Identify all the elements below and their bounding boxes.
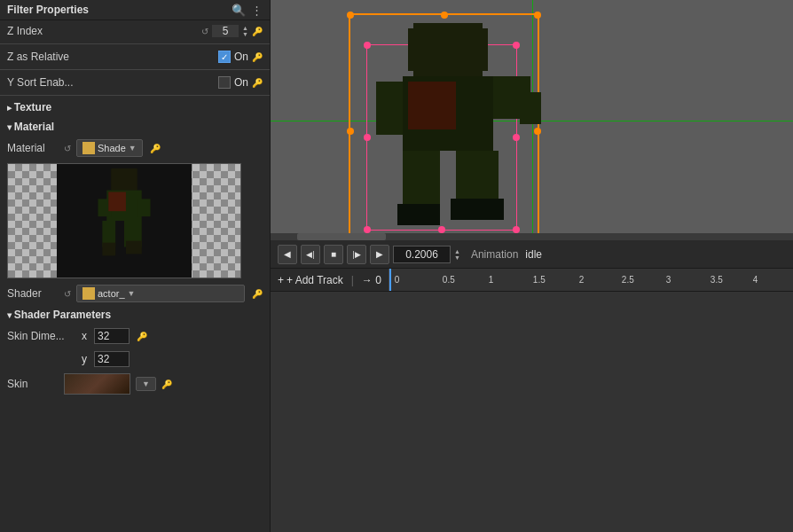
settings-icon[interactable]: ⋮ <box>251 4 263 16</box>
time-spinners: ▲ ▼ <box>454 248 460 261</box>
material-dropdown[interactable]: Shade ▼ <box>76 139 143 157</box>
skin-dim-x-input: x <box>82 328 130 344</box>
timeline-tracks <box>271 292 793 532</box>
z-as-relative-key-icon[interactable]: 🔑 <box>252 52 263 62</box>
prev-frame-button[interactable]: ◀| <box>301 245 320 264</box>
x-axis-label: x <box>82 330 90 342</box>
shader-name: actor_ <box>98 288 125 299</box>
shader-params-header[interactable]: Shader Parameters <box>0 305 270 325</box>
svg-rect-18 <box>397 204 440 225</box>
svg-rect-5 <box>137 199 151 216</box>
handle-tl[interactable] <box>347 12 354 19</box>
skin-dropdown-arrow-icon: ▼ <box>142 379 150 388</box>
timeline-ruler: 0 0.5 1 1.5 2 2.5 3 3.5 4 <box>389 269 793 291</box>
panel-header-icons: 🔍 ⋮ <box>232 4 263 16</box>
y-sort-enable-checkbox[interactable]: On <box>218 76 248 89</box>
cb-unchecked-icon[interactable] <box>218 76 231 89</box>
z-as-relative-on-text: On <box>234 51 248 63</box>
viewport: ◀ ◀| ■ |▶ ▶ ▲ ▼ Animation idle + + Add T… <box>271 0 793 532</box>
play-button[interactable]: ▶ <box>370 245 389 264</box>
material-row: Material ↺ Shade ▼ 🔑 <box>0 137 270 160</box>
timeline-start-label: → 0 <box>362 274 381 286</box>
texture-preview <box>7 163 241 278</box>
animation-label: Animation <box>471 248 518 261</box>
shader-reset-icon[interactable]: ↺ <box>64 289 71 299</box>
material-shader-name: Shade <box>98 143 126 153</box>
z-as-relative-checkbox[interactable]: ✓ On <box>218 51 248 63</box>
material-row-label: Material <box>7 142 60 154</box>
texture-label: Texture <box>14 101 51 113</box>
z-index-up-icon[interactable]: ▲ <box>242 25 248 31</box>
y-sort-enable-on-text: On <box>234 76 248 89</box>
ruler-3: 3 <box>666 275 671 285</box>
character-viewport-svg <box>355 18 541 240</box>
material-reset-icon[interactable]: ↺ <box>64 144 71 153</box>
panel-title: Filter Properties <box>7 4 89 16</box>
shader-params-label: Shader Parameters <box>14 309 111 321</box>
panel-header: Filter Properties 🔍 ⋮ <box>0 0 270 20</box>
skin-dim-key-icon[interactable]: 🔑 <box>137 332 147 341</box>
skin-dropdown[interactable]: ▼ <box>136 377 156 391</box>
time-input[interactable] <box>393 246 451 263</box>
z-index-key-icon[interactable]: 🔑 <box>252 27 263 36</box>
y-sort-enable-label: Y Sort Enab... <box>7 76 218 89</box>
add-track-label: + Add Track <box>287 274 343 286</box>
viewport-canvas[interactable] <box>271 0 793 240</box>
add-track-button[interactable]: + + Add Track | → 0 <box>271 269 389 291</box>
shader-file-icon <box>82 287 95 300</box>
ruler-2-5: 2.5 <box>622 275 634 285</box>
skin-key-icon[interactable]: 🔑 <box>161 379 172 389</box>
material-shader-icon <box>82 142 95 154</box>
svg-rect-10 <box>408 28 488 71</box>
time-down-icon[interactable]: ▼ <box>454 254 460 261</box>
viewport-scrollbar[interactable] <box>271 233 793 240</box>
y-axis-label: y <box>82 353 90 365</box>
viewport-scrollbar-thumb[interactable] <box>297 233 386 240</box>
next-frame-button[interactable]: |▶ <box>347 245 366 264</box>
ruler-3-5: 3.5 <box>711 275 723 285</box>
shader-dropdown-arrow-icon: ▼ <box>128 289 136 298</box>
ruler-1: 1 <box>489 275 494 285</box>
y-sort-enable-key-icon[interactable]: 🔑 <box>252 78 263 88</box>
z-index-down-icon[interactable]: ▼ <box>242 31 248 37</box>
prev-button[interactable]: ◀ <box>278 245 297 264</box>
skin-dim-y-input: y <box>82 351 130 367</box>
skin-preview <box>64 373 130 395</box>
shader-dropdown[interactable]: actor_ ▼ <box>76 285 245 302</box>
material-label: Material <box>14 121 54 133</box>
search-icon[interactable]: 🔍 <box>232 4 246 16</box>
z-as-relative-row: Z as Relative ✓ On 🔑 <box>0 46 270 67</box>
svg-rect-19 <box>451 199 504 220</box>
z-index-input[interactable] <box>212 25 239 37</box>
left-panel: Filter Properties 🔍 ⋮ Z Index ↺ ▲ ▼ 🔑 Z … <box>0 0 271 532</box>
z-index-reset-icon[interactable]: ↺ <box>201 27 208 36</box>
z-index-label: Z Index <box>7 25 201 37</box>
stop-button[interactable]: ■ <box>324 245 343 264</box>
skin-dim-y-field[interactable] <box>94 351 130 367</box>
svg-rect-0 <box>111 168 137 191</box>
z-index-spinners: ▲ ▼ <box>242 25 248 37</box>
skin-dim-label: Skin Dime... <box>7 330 78 342</box>
skin-preview-img <box>65 374 130 394</box>
handle-ml[interactable] <box>347 128 354 135</box>
skin-label: Skin <box>7 378 60 390</box>
shader-key-icon[interactable]: 🔑 <box>252 289 263 299</box>
svg-rect-7 <box>126 241 142 254</box>
z-index-row: Z Index ↺ ▲ ▼ 🔑 <box>0 20 270 42</box>
ruler-0-5: 0.5 <box>443 275 455 285</box>
time-up-icon[interactable]: ▲ <box>454 248 460 254</box>
plus-icon: + <box>278 274 284 286</box>
y-sort-enable-value: On 🔑 <box>218 76 263 89</box>
skin-dimensions-row-x: Skin Dime... x 🔑 <box>0 325 270 348</box>
material-key-icon[interactable]: 🔑 <box>150 144 161 153</box>
skin-dim-x-field[interactable] <box>94 328 130 344</box>
timeline-header: + + Add Track | → 0 0 0.5 1 1.5 2 2. <box>271 269 793 292</box>
ruler-1-5: 1.5 <box>533 275 546 285</box>
track-separator: | <box>351 274 354 286</box>
cb-checked-icon[interactable]: ✓ <box>218 51 231 63</box>
material-section-header[interactable]: Material <box>0 117 270 137</box>
texture-section-header[interactable]: Texture <box>0 98 270 117</box>
shader-row-label: Shader <box>7 287 60 300</box>
svg-rect-8 <box>108 192 126 212</box>
ruler-2: 2 <box>579 275 585 285</box>
